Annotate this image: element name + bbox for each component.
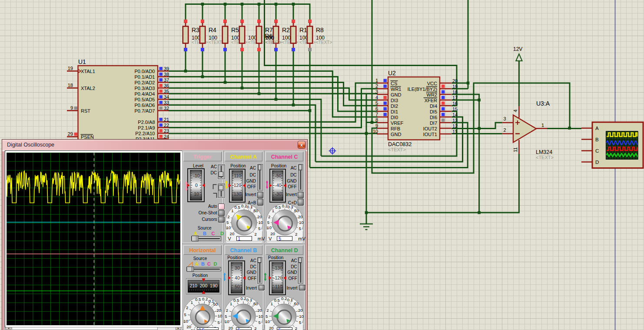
svg-text:11: 11: [513, 147, 518, 152]
svg-text:15: 15: [452, 107, 458, 112]
svg-text:19: 19: [68, 66, 73, 71]
svg-text:1: 1: [375, 78, 378, 83]
svg-text:19: 19: [452, 84, 458, 89]
svg-text:18: 18: [452, 90, 458, 95]
svg-text:D: D: [595, 160, 599, 165]
svg-text:5: 5: [375, 100, 378, 106]
svg-text:21: 21: [164, 117, 169, 122]
svg-text:R3: R3: [192, 27, 199, 33]
svg-text:32: 32: [164, 106, 169, 111]
svg-text:R4: R4: [209, 27, 216, 33]
svg-text:35: 35: [164, 89, 169, 94]
svg-text:DI5: DI5: [430, 109, 437, 114]
svg-text:12: 12: [452, 123, 458, 129]
svg-text:P0.2/AD2: P0.2/AD2: [134, 80, 155, 85]
svg-text:R5: R5: [231, 27, 239, 33]
svg-text:2: 2: [375, 83, 378, 89]
svg-text:3: 3: [503, 116, 506, 121]
svg-text:29: 29: [68, 131, 73, 137]
svg-text:36: 36: [164, 83, 169, 88]
svg-text:16: 16: [452, 101, 458, 106]
svg-text:DI6: DI6: [430, 115, 437, 120]
svg-text:17: 17: [452, 95, 458, 100]
svg-text:<TEXT>: <TEXT>: [266, 40, 282, 45]
svg-text:U1: U1: [78, 58, 86, 65]
svg-text:DI4: DI4: [430, 103, 437, 109]
svg-text:XTAL1: XTAL1: [81, 69, 95, 74]
svg-text:9: 9: [70, 105, 73, 110]
svg-text:IOUT2: IOUT2: [423, 126, 437, 131]
svg-text:3: 3: [375, 89, 378, 94]
svg-text:P2.0/A8: P2.0/A8: [138, 120, 155, 125]
svg-text:P2.1/A9: P2.1/A9: [138, 125, 155, 130]
svg-text:2: 2: [503, 127, 506, 133]
svg-text:DI0: DI0: [391, 115, 398, 120]
svg-text:IOUT1: IOUT1: [423, 132, 437, 137]
svg-text:R2: R2: [282, 27, 290, 33]
svg-text:B: B: [595, 137, 599, 142]
svg-text:WR1: WR1: [391, 87, 401, 92]
svg-text:33: 33: [164, 100, 169, 105]
svg-text:RFB: RFB: [391, 126, 400, 131]
svg-text:DI2: DI2: [391, 103, 398, 109]
svg-text:4: 4: [375, 95, 378, 100]
svg-text:A: A: [595, 126, 599, 131]
svg-text:8: 8: [375, 117, 378, 123]
svg-text:DI3: DI3: [391, 98, 398, 103]
svg-text:GND: GND: [391, 92, 402, 97]
svg-text:P0.5/AD5: P0.5/AD5: [134, 97, 155, 102]
svg-text:12V: 12V: [513, 46, 522, 52]
svg-text:10: 10: [373, 129, 378, 134]
svg-text:RST: RST: [81, 108, 90, 113]
svg-text:<TEXT>: <TEXT>: [536, 155, 554, 160]
svg-text:XTAL2: XTAL2: [81, 86, 95, 91]
svg-text:U3:A: U3:A: [536, 100, 550, 107]
svg-text:LM324: LM324: [536, 149, 552, 155]
svg-text:DAC0832: DAC0832: [388, 141, 412, 147]
svg-text:U2: U2: [388, 70, 396, 77]
svg-text:23: 23: [164, 128, 169, 133]
svg-text:P0.4/AD4: P0.4/AD4: [134, 91, 155, 97]
svg-text:C: C: [595, 148, 599, 153]
svg-text:CS: CS: [391, 81, 397, 86]
svg-text:37: 37: [164, 77, 169, 83]
svg-text:38: 38: [164, 72, 169, 77]
svg-text:39: 39: [164, 66, 169, 71]
svg-text:ILE(BY1/BY2): ILE(BY1/BY2): [408, 87, 437, 92]
svg-text:WR2: WR2: [427, 92, 437, 97]
svg-text:XFER: XFER: [425, 98, 437, 103]
svg-text:20: 20: [452, 78, 458, 83]
svg-text:P0.6/AD6: P0.6/AD6: [134, 103, 155, 108]
svg-text:18: 18: [68, 83, 73, 88]
svg-text:22: 22: [164, 123, 169, 128]
svg-text:9: 9: [375, 123, 378, 128]
svg-text:13: 13: [452, 118, 458, 123]
svg-text:<TEXT>: <TEXT>: [316, 40, 332, 45]
svg-text:34: 34: [164, 94, 169, 100]
svg-text:<TEXT>: <TEXT>: [388, 147, 406, 152]
svg-text:VREF: VREF: [391, 120, 404, 126]
svg-text:6: 6: [375, 106, 378, 111]
svg-text:R8: R8: [316, 27, 324, 33]
svg-text:7: 7: [375, 112, 378, 117]
svg-text:DI7: DI7: [430, 120, 437, 126]
svg-text:P0.1/AD1: P0.1/AD1: [134, 74, 155, 80]
svg-text:P0.7/AD7: P0.7/AD7: [134, 108, 155, 113]
svg-text:P2.2/A10: P2.2/A10: [135, 131, 155, 136]
svg-text:P0.3/AD3: P0.3/AD3: [134, 86, 155, 91]
svg-text:14: 14: [452, 112, 458, 117]
svg-text:VCC: VCC: [427, 81, 437, 86]
svg-text:R1: R1: [299, 27, 307, 33]
svg-text:24: 24: [164, 134, 169, 139]
svg-text:P0.0/AD0: P0.0/AD0: [134, 69, 155, 74]
svg-text:GND: GND: [391, 132, 402, 137]
svg-text:DI1: DI1: [391, 109, 398, 114]
svg-text:1: 1: [541, 123, 544, 128]
svg-text:4: 4: [513, 110, 518, 112]
svg-text:11: 11: [452, 129, 457, 134]
